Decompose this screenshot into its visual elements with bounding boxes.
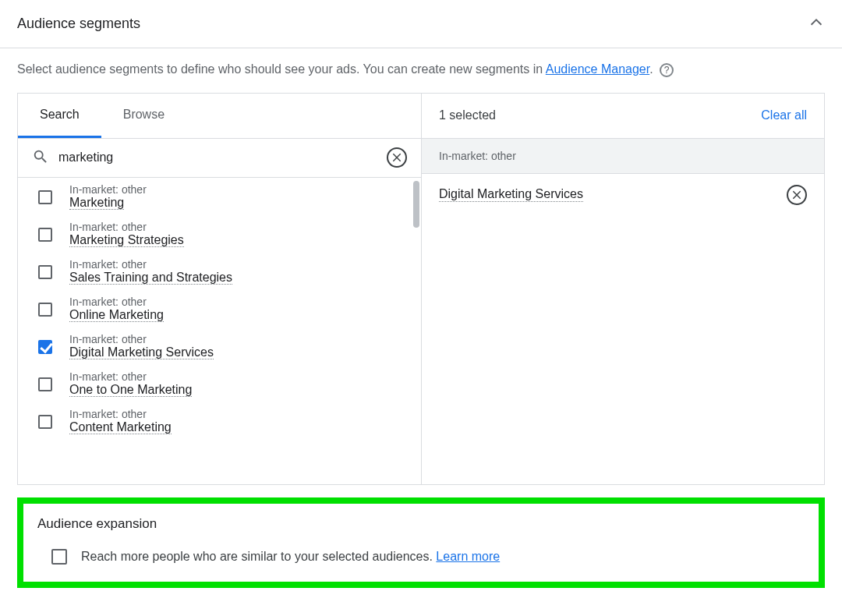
section-description: Select audience segments to define who s…: [0, 48, 842, 93]
result-category: In-market: other: [69, 258, 232, 271]
tab-browse[interactable]: Browse: [101, 94, 186, 138]
result-name: Online Marketing: [69, 308, 164, 322]
result-checkbox[interactable]: [38, 228, 52, 242]
audience-expansion-highlight: Audience expansion Reach more people who…: [17, 497, 825, 588]
result-item[interactable]: In-market: otherMarketing Strategies: [18, 215, 421, 253]
section-title: Audience segments: [17, 16, 140, 32]
result-name: Sales Training and Strategies: [69, 271, 232, 285]
learn-more-link[interactable]: Learn more: [436, 550, 500, 563]
result-category: In-market: other: [69, 370, 192, 383]
selected-list: Digital Marketing Services: [422, 174, 824, 216]
result-name: One to One Marketing: [69, 383, 192, 397]
result-name: Content Marketing: [69, 420, 172, 434]
result-list[interactable]: In-market: otherMarketingIn-market: othe…: [18, 178, 421, 484]
scrollbar-thumb[interactable]: [413, 181, 419, 228]
result-item[interactable]: In-market: otherContent Marketing: [18, 402, 421, 440]
result-checkbox[interactable]: [38, 190, 52, 204]
selected-count: 1 selected: [439, 108, 496, 122]
result-name: Digital Marketing Services: [69, 345, 214, 359]
segment-picker-panel: Search Browse In-market: otherMarketingI…: [17, 93, 825, 485]
selected-group-header: In-market: other: [422, 139, 824, 174]
result-category: In-market: other: [69, 183, 147, 196]
audience-expansion-text: Reach more people who are similar to you…: [81, 550, 436, 563]
collapse-toggle-icon[interactable]: [808, 14, 825, 34]
result-category: In-market: other: [69, 408, 172, 420]
search-icon: [32, 148, 49, 168]
tab-search[interactable]: Search: [18, 94, 101, 138]
picker-right-pane: 1 selected Clear all In-market: other Di…: [422, 94, 824, 484]
audience-expansion-row: Reach more people who are similar to you…: [37, 549, 805, 565]
section-header: Audience segments: [0, 0, 842, 48]
search-row: [18, 139, 421, 178]
result-checkbox[interactable]: [38, 415, 52, 429]
description-text-post: .: [649, 62, 653, 76]
result-category: In-market: other: [69, 296, 164, 308]
result-item[interactable]: In-market: otherDigital Marketing Servic…: [18, 327, 421, 365]
selected-item-name: Digital Marketing Services: [439, 187, 583, 202]
audience-expansion-checkbox[interactable]: [51, 549, 67, 565]
result-checkbox[interactable]: [38, 377, 52, 391]
result-checkbox[interactable]: [38, 340, 52, 354]
selected-header: 1 selected Clear all: [422, 94, 824, 139]
help-icon[interactable]: ?: [660, 63, 674, 77]
result-item[interactable]: In-market: otherSales Training and Strat…: [18, 253, 421, 290]
clear-search-button[interactable]: [387, 147, 407, 168]
result-category: In-market: other: [69, 333, 214, 345]
result-checkbox[interactable]: [38, 265, 52, 279]
result-checkbox[interactable]: [38, 303, 52, 317]
search-input[interactable]: [49, 150, 387, 165]
selected-item: Digital Marketing Services: [422, 174, 824, 216]
picker-left-pane: Search Browse In-market: otherMarketingI…: [18, 94, 422, 484]
description-text-pre: Select audience segments to define who s…: [17, 62, 546, 76]
remove-selected-button[interactable]: [787, 185, 807, 205]
audience-manager-link[interactable]: Audience Manager: [546, 62, 649, 76]
result-item[interactable]: In-market: otherOnline Marketing: [18, 290, 421, 327]
result-item[interactable]: In-market: otherOne to One Marketing: [18, 365, 421, 402]
result-name: Marketing Strategies: [69, 233, 184, 247]
clear-all-button[interactable]: Clear all: [761, 108, 807, 122]
result-category: In-market: other: [69, 221, 184, 233]
audience-expansion-title: Audience expansion: [37, 516, 805, 532]
picker-tabs: Search Browse: [18, 94, 421, 139]
result-item[interactable]: In-market: otherMarketing: [18, 178, 421, 215]
result-name: Marketing: [69, 196, 124, 210]
